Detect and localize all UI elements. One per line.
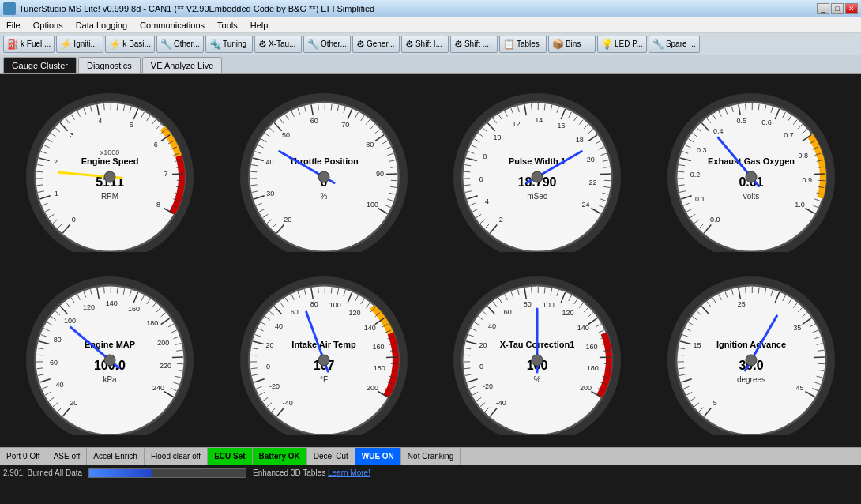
svg-text:1.0: 1.0	[795, 201, 805, 209]
svg-point-402	[318, 355, 329, 366]
toolbar-btn-5[interactable]: ⚙X-Tau...	[254, 36, 302, 53]
svg-text:40: 40	[275, 322, 283, 330]
svg-point-65	[104, 171, 115, 182]
info-right-label: Enhanced 3D Tables	[253, 468, 325, 477]
svg-text:45: 45	[795, 384, 803, 392]
gauge-ignition-advance: 515253545Ignition Advance30.0degrees	[648, 264, 855, 441]
svg-text:3: 3	[70, 131, 74, 139]
tab-2[interactable]: VE Analyze Live	[142, 57, 223, 73]
maximize-button[interactable]: □	[831, 3, 844, 14]
tab-0[interactable]: Gauge Cluster	[3, 57, 77, 73]
toolbar-btn-12[interactable]: 💡LED P...	[597, 36, 647, 53]
svg-text:8: 8	[156, 201, 160, 209]
svg-text:35: 35	[793, 324, 801, 332]
svg-text:6: 6	[154, 141, 158, 149]
svg-text:80: 80	[366, 141, 374, 149]
svg-text:160: 160	[586, 343, 598, 351]
menu-item-tools[interactable]: Tools	[214, 20, 241, 31]
gauge-svg-pulse-width: 24681012141618202224Pulse Width 118.790m…	[446, 86, 628, 252]
svg-text:°F: °F	[320, 375, 328, 384]
menu-item-help[interactable]: Help	[247, 20, 272, 31]
svg-text:16: 16	[558, 122, 566, 130]
svg-text:40: 40	[488, 322, 496, 330]
svg-text:14: 14	[535, 116, 543, 124]
svg-text:2: 2	[54, 158, 58, 166]
minimize-button[interactable]: _	[817, 3, 829, 14]
svg-text:kPa: kPa	[103, 375, 118, 384]
toolbar-btn-8[interactable]: ⚙Shift I...	[401, 36, 449, 53]
svg-text:160: 160	[128, 305, 140, 313]
info-message: 2.901: Burned All Data	[3, 468, 82, 477]
toolbar-btn-2[interactable]: ⚡k Basi...	[105, 36, 155, 53]
svg-text:0.3: 0.3	[697, 146, 707, 154]
svg-text:Exhaust Gas Oxygen: Exhaust Gas Oxygen	[708, 156, 795, 166]
svg-text:60: 60	[290, 308, 298, 316]
svg-line-175	[600, 174, 611, 175]
svg-text:20: 20	[284, 216, 291, 224]
svg-line-110	[386, 174, 397, 175]
toolbar-btn-6[interactable]: 🔧Other...	[303, 36, 351, 53]
svg-text:%: %	[320, 192, 327, 201]
learn-more-link[interactable]: Learn More!	[328, 468, 370, 477]
svg-text:0.7: 0.7	[784, 131, 794, 139]
gauge-svg-engine-speed: 012345678x1000Engine Speed5111RPM	[19, 86, 201, 252]
svg-text:0: 0	[72, 216, 76, 224]
menu-item-data-logging[interactable]: Data Logging	[73, 20, 130, 31]
gauge-svg-intake-air-temp: -40-20020406080100120140160180200Intake …	[233, 269, 415, 435]
status-item-2: Accel Enrich	[87, 448, 145, 465]
svg-text:100: 100	[367, 201, 378, 209]
gauge-svg-ignition-advance: 515253545Ignition Advance30.0degrees	[660, 269, 842, 435]
toolbar-btn-7[interactable]: ⚙Gener...	[352, 36, 400, 53]
toolbar-btn-10[interactable]: 📋Tables	[499, 36, 547, 53]
toolbar-btn-4[interactable]: 🔩Tuning	[205, 36, 253, 53]
menu-item-file[interactable]: File	[3, 20, 24, 31]
svg-text:6: 6	[479, 175, 483, 183]
svg-text:200: 200	[158, 339, 170, 347]
svg-text:0.9: 0.9	[802, 176, 812, 184]
svg-text:2: 2	[499, 216, 503, 224]
svg-line-447	[600, 357, 611, 358]
toolbar-btn-1[interactable]: ⚡Igniti...	[56, 36, 103, 53]
gauge-engine-speed: 012345678x1000Engine Speed5111RPM	[6, 81, 214, 258]
tab-1[interactable]: Diagnostics	[78, 57, 141, 73]
svg-text:-20: -20	[483, 382, 493, 390]
toolbar-btn-3[interactable]: 🔧Other...	[156, 36, 204, 53]
svg-text:0.6: 0.6	[761, 118, 772, 126]
gauge-svg-throttle-position: 2030405060708090100Throttle Position0%	[233, 86, 415, 252]
svg-line-516	[814, 357, 825, 358]
menu-bar: FileOptionsData LoggingCommunicationsToo…	[0, 17, 861, 33]
svg-text:volts: volts	[743, 192, 759, 201]
svg-text:60: 60	[310, 117, 318, 125]
close-button[interactable]: ✕	[845, 3, 858, 14]
svg-text:100: 100	[64, 317, 76, 325]
status-item-3: Flood clear off	[145, 448, 208, 465]
svg-text:200: 200	[367, 384, 378, 392]
toolbar-btn-13[interactable]: 🔧Spare ...	[649, 36, 700, 53]
svg-point-532	[746, 355, 757, 366]
toolbar-btn-9[interactable]: ⚙Shift ...	[450, 36, 498, 53]
gauge-svg-exhaust-gas: 0.00.10.20.30.40.50.60.70.80.91.0Exhaust…	[660, 86, 842, 252]
svg-text:80: 80	[524, 300, 532, 308]
svg-text:22: 22	[589, 179, 597, 186]
svg-text:100: 100	[329, 301, 341, 309]
toolbar-btn-0[interactable]: ⛽k Fuel ...	[3, 36, 55, 53]
menu-item-options[interactable]: Options	[30, 20, 66, 31]
svg-text:200: 200	[580, 384, 592, 392]
svg-text:180: 180	[587, 364, 599, 372]
svg-text:7: 7	[164, 170, 168, 178]
svg-text:0: 0	[479, 363, 483, 370]
svg-text:0.2: 0.2	[690, 171, 701, 179]
svg-text:0.0: 0.0	[710, 216, 720, 224]
svg-text:18: 18	[576, 136, 584, 144]
svg-text:80: 80	[54, 336, 62, 344]
svg-line-243	[814, 174, 825, 175]
svg-text:Ignition Advance: Ignition Advance	[716, 340, 786, 349]
toolbar-btn-11[interactable]: 📦Bins	[548, 36, 596, 53]
svg-text:4: 4	[98, 117, 102, 125]
menu-item-communications[interactable]: Communications	[137, 20, 208, 31]
svg-text:220: 220	[160, 362, 171, 370]
svg-text:50: 50	[282, 131, 290, 139]
svg-text:40: 40	[265, 158, 273, 166]
svg-point-333	[104, 355, 115, 366]
progress-fill	[89, 469, 152, 477]
